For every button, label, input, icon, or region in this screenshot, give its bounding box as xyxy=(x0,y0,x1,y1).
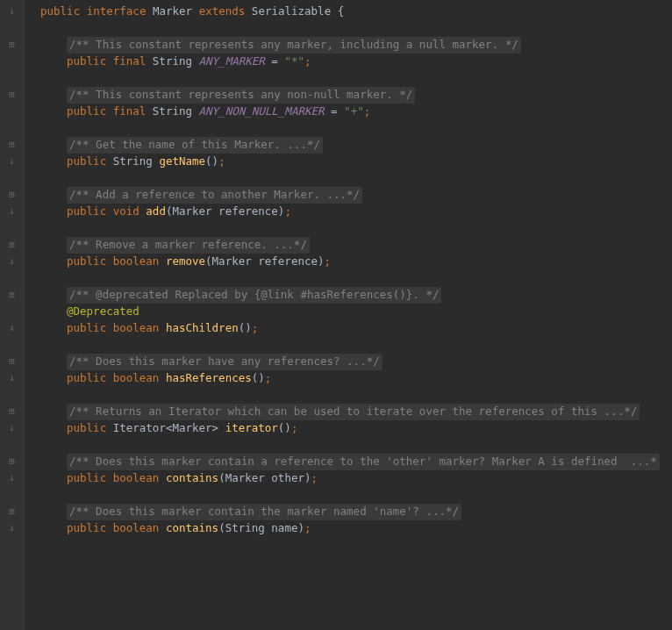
comment-line[interactable]: /** @deprecated Replaced by {@link #hasR… xyxy=(40,287,672,304)
doc-comment: /** This constant represents any non-nul… xyxy=(67,87,415,104)
doc-comment: /** Does this marker contain a reference… xyxy=(67,454,660,470)
doc-comment: /** Does this marker contain the marker … xyxy=(67,504,461,520)
code-editor: ↓⊞⊞⊞↓⊞↓⊞↓⊞↓⊞↓⊞↓⊞↓⊞↓ public interface Mar… xyxy=(0,0,672,630)
annotation-line[interactable]: @Deprecated xyxy=(40,304,672,320)
blank-line[interactable] xyxy=(40,270,672,287)
method-signature[interactable]: public String getName(); xyxy=(40,154,672,170)
annotation: @Deprecated xyxy=(67,304,139,320)
implements-icon[interactable]: ↓ xyxy=(9,371,15,386)
method-signature[interactable]: public boolean hasChildren(); xyxy=(40,320,672,337)
comment-line[interactable]: /** Returns an Iterator which can be use… xyxy=(40,404,672,420)
method-signature[interactable]: public boolean contains(String name); xyxy=(40,520,672,537)
fold-icon[interactable]: ⊞ xyxy=(9,505,15,519)
comment-line[interactable]: /** Does this marker have any references… xyxy=(40,354,672,370)
interface-declaration[interactable]: public interface Marker extends Serializ… xyxy=(40,4,672,20)
fold-icon[interactable]: ⊞ xyxy=(9,188,15,203)
blank-line[interactable] xyxy=(40,537,672,554)
implements-icon[interactable]: ↓ xyxy=(9,154,15,169)
method-signature[interactable]: public final String ANY_MARKER = "*"; xyxy=(40,54,672,70)
implements-icon[interactable]: ↓ xyxy=(9,321,15,336)
implements-icon[interactable]: ↓ xyxy=(9,421,15,436)
method-signature[interactable]: public boolean remove(Marker reference); xyxy=(40,254,672,270)
method-signature[interactable]: public boolean contains(Marker other); xyxy=(40,470,672,487)
comment-line[interactable]: /** This constant represents any marker,… xyxy=(40,37,672,54)
comment-line[interactable]: /** This constant represents any non-nul… xyxy=(40,87,672,104)
fold-icon[interactable]: ⊞ xyxy=(9,38,15,53)
method-signature[interactable]: public void add(Marker reference); xyxy=(40,204,672,220)
fold-icon[interactable]: ⊞ xyxy=(9,238,15,253)
doc-comment: /** @deprecated Replaced by {@link #hasR… xyxy=(67,287,441,304)
method-signature[interactable]: public boolean hasReferences(); xyxy=(40,370,672,387)
implements-icon[interactable]: ↓ xyxy=(9,471,15,486)
fold-icon[interactable]: ⊞ xyxy=(9,288,15,303)
blank-line[interactable] xyxy=(40,70,672,87)
doc-comment: /** Returns an Iterator which can be use… xyxy=(67,404,640,420)
fold-icon[interactable]: ⊞ xyxy=(9,354,15,369)
doc-comment: /** Get the name of this Marker. ...*/ xyxy=(67,137,323,154)
doc-comment: /** Remove a marker reference. ...*/ xyxy=(67,237,310,254)
blank-line[interactable] xyxy=(40,437,672,454)
doc-comment: /** This constant represents any marker,… xyxy=(67,37,521,54)
implements-icon[interactable]: ↓ xyxy=(9,204,15,219)
fold-icon[interactable]: ⊞ xyxy=(9,88,15,103)
comment-line[interactable]: /** Remove a marker reference. ...*/ xyxy=(40,237,672,254)
doc-comment: /** Add a reference to another Marker. .… xyxy=(67,187,362,204)
blank-line[interactable] xyxy=(40,387,672,404)
blank-line[interactable] xyxy=(40,20,672,37)
comment-line[interactable]: /** Get the name of this Marker. ...*/ xyxy=(40,137,672,154)
fold-icon[interactable]: ⊞ xyxy=(9,455,15,469)
blank-line[interactable] xyxy=(40,170,672,187)
editor-gutter: ↓⊞⊞⊞↓⊞↓⊞↓⊞↓⊞↓⊞↓⊞↓⊞↓ xyxy=(0,0,25,630)
comment-line[interactable]: /** Does this marker contain a reference… xyxy=(40,454,672,470)
blank-line[interactable] xyxy=(40,120,672,137)
implements-icon[interactable]: ↓ xyxy=(9,521,15,536)
implements-icon[interactable]: ↓ xyxy=(9,254,15,269)
blank-line[interactable] xyxy=(40,487,672,504)
comment-line[interactable]: /** Does this marker contain the marker … xyxy=(40,504,672,520)
blank-line[interactable] xyxy=(40,220,672,237)
method-signature[interactable]: public Iterator<Marker> iterator(); xyxy=(40,420,672,437)
fold-icon[interactable]: ⊞ xyxy=(9,404,15,419)
method-signature[interactable]: public final String ANY_NON_NULL_MARKER … xyxy=(40,104,672,120)
comment-line[interactable]: /** Add a reference to another Marker. .… xyxy=(40,187,672,204)
code-area[interactable]: public interface Marker extends Serializ… xyxy=(25,0,672,630)
doc-comment: /** Does this marker have any references… xyxy=(67,354,382,370)
fold-icon[interactable]: ⊞ xyxy=(9,138,15,153)
blank-line[interactable] xyxy=(40,337,672,354)
implements-icon[interactable]: ↓ xyxy=(9,4,15,19)
